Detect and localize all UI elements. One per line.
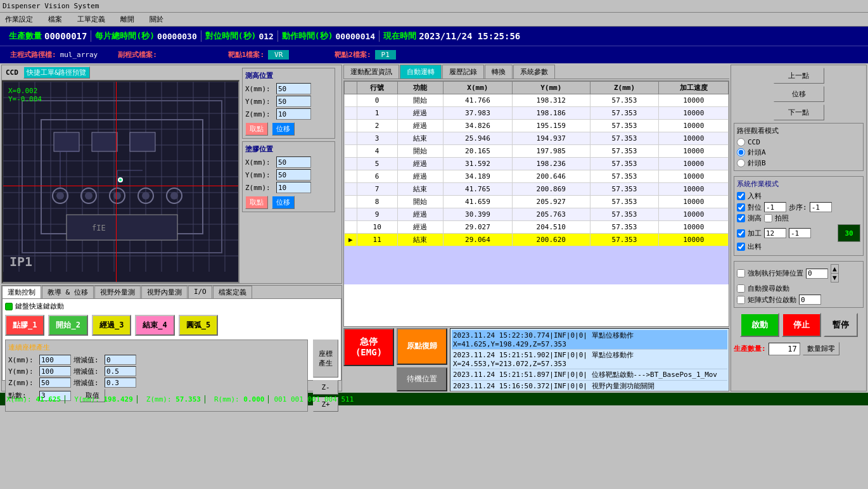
tab-outer-measure[interactable]: 視野外量測 (94, 286, 141, 298)
matrix-input[interactable] (799, 295, 821, 305)
coord-y-inc-label: 增減值: (73, 367, 102, 376)
gen-btn[interactable]: 座標 產生 (313, 340, 338, 378)
measure-take-btn[interactable]: 取點 (245, 122, 268, 136)
force-down-arrow[interactable]: ▼ (831, 274, 838, 282)
measure-y-label: Y(mm): (245, 98, 274, 106)
tab-motion-info[interactable]: 運動配置資訊 (343, 65, 399, 79)
measure-x-input[interactable] (276, 83, 311, 94)
cb-photo[interactable] (764, 214, 772, 222)
cb-process[interactable] (737, 229, 745, 238)
coord-x-inc-input[interactable] (105, 355, 136, 365)
tab-io[interactable]: I/O (188, 286, 212, 298)
func-btn-dispense[interactable]: 點膠_1 (5, 315, 44, 336)
menu-about[interactable]: 關於 (147, 13, 166, 25)
func-btn-pass[interactable]: 經過_3 (92, 315, 131, 336)
cb-auto-search[interactable] (737, 284, 745, 293)
tab-history[interactable]: 履歷記錄 (442, 65, 484, 79)
table-row[interactable]: 4開始20.165197.98557.35310000 (345, 145, 729, 158)
menu-workorder[interactable]: 工單定義 (75, 13, 108, 25)
target1-label: 靶點1檔案: (228, 50, 264, 60)
table-row[interactable]: 3結束25.946194.93757.35310000 (345, 132, 729, 145)
coord-z-input[interactable] (39, 378, 71, 388)
table-row[interactable]: 2經過34.826195.15957.35310000 (345, 120, 729, 132)
dispense-take-btn[interactable]: 取點 (245, 196, 268, 209)
tab-convert[interactable]: 轉換 (485, 65, 513, 79)
coord-x-input[interactable] (39, 355, 71, 365)
ccd-preview-btn[interactable]: 快捷工單&路徑預覽 (23, 67, 90, 79)
cb-matrix[interactable] (737, 296, 745, 304)
action-btns: 啟動 停止 暫停 (734, 313, 864, 337)
table-row[interactable]: 9經過30.399205.76357.35310000 (345, 208, 729, 221)
control-panel: 運動控制 教導 & 位移 視野外量測 視野內量測 I/O 檔案定義 鍵盤快速鍵啟… (1, 285, 342, 391)
tab-inner-measure[interactable]: 視野內量測 (141, 286, 188, 298)
table-row[interactable]: 5經過31.592198.23657.35310000 (345, 158, 729, 170)
table-row[interactable]: 0開始41.766198.31257.35310000 (345, 94, 729, 107)
log-text: 2023.11.24 15:22:30.774|INF|0|0| 單點位移動作X… (450, 328, 729, 391)
prev-point-btn[interactable]: 上一點 (774, 68, 824, 84)
process-val1-input[interactable] (764, 228, 786, 238)
dispense-y-input[interactable] (276, 169, 311, 181)
stop-btn[interactable]: 停止 (782, 313, 821, 337)
radio-ccd[interactable] (737, 138, 745, 146)
force-input[interactable] (806, 269, 828, 279)
measure-z-input[interactable] (276, 108, 311, 120)
cb-align[interactable] (737, 203, 745, 212)
menu-settings[interactable]: 作業設定 (3, 13, 35, 25)
table-extra-space (344, 246, 729, 284)
table-row[interactable]: ▶11結束29.064200.62057.35310000 (345, 234, 729, 246)
cb-input[interactable] (737, 192, 745, 200)
measure-y-input[interactable] (276, 96, 311, 107)
table-row[interactable]: 1經過37.983198.18657.35310000 (345, 107, 729, 120)
menu-exit[interactable]: 離開 (118, 13, 137, 25)
cell-func: 結束 (397, 132, 443, 145)
cb-input-label: 入料 (748, 191, 762, 201)
force-spinner[interactable]: ▲ ▼ (831, 264, 839, 283)
func-btn-end[interactable]: 結束_4 (135, 315, 174, 336)
next-point-btn[interactable]: 下一點 (774, 105, 824, 120)
radio-needleA-row: 針頭A (737, 148, 860, 157)
cell-x: 41.766 (443, 94, 512, 107)
coord-y-input[interactable] (39, 366, 71, 376)
measure-move-btn[interactable]: 位移 (272, 122, 295, 136)
move-point-btn[interactable]: 位移 (774, 86, 824, 102)
pause-btn[interactable]: 暫停 (824, 313, 858, 337)
radio-needleA[interactable] (737, 148, 745, 156)
prod-value-input[interactable] (769, 343, 800, 355)
force-up-arrow[interactable]: ▲ (831, 265, 838, 274)
tab-teach[interactable]: 教導 & 位移 (42, 286, 94, 298)
tab-auto-run[interactable]: 自動運轉 (400, 65, 442, 79)
table-row[interactable]: 10經過29.027204.51057.35310000 (345, 221, 729, 234)
standby-btn[interactable]: 待機位置 (397, 367, 447, 391)
func-btn-start[interactable]: 開始_2 (48, 315, 87, 336)
emergency-btn[interactable]: 急停(EMG) (343, 328, 394, 366)
func-btn-arc[interactable]: 圓弧_5 (179, 315, 218, 336)
radio-ccd-row: CCD (737, 138, 860, 146)
dispense-x-input[interactable] (276, 156, 311, 168)
log-line: 2023.11.24 15:22:30.774|INF|0|0| 單點位移動作X… (452, 330, 727, 350)
coord-y-inc-input[interactable] (105, 366, 136, 376)
table-row[interactable]: 7結束41.765200.86957.35310000 (345, 183, 729, 196)
align-step-input[interactable] (764, 202, 786, 212)
cb-force[interactable] (737, 269, 745, 277)
process-val2-input[interactable] (789, 228, 811, 238)
radio-needleB[interactable] (737, 159, 745, 167)
tab-file-def[interactable]: 檔案定義 (213, 286, 252, 298)
tab-sys-params[interactable]: 系統參數 (513, 65, 555, 79)
z-minus-btn[interactable]: Z- (313, 380, 338, 395)
cell-x: 41.659 (443, 196, 512, 208)
reset-btn[interactable]: 數量歸零 (803, 342, 839, 355)
cell-x: 34.189 (443, 170, 512, 183)
dispense-z-input[interactable] (276, 182, 311, 193)
restore-btn[interactable]: 原點復歸 (397, 328, 447, 365)
table-row[interactable]: 8開始41.659205.92757.35310000 (345, 196, 729, 208)
coord-z-inc-input[interactable] (105, 378, 136, 388)
start-btn[interactable]: 啟動 (740, 313, 779, 337)
cell-z: 57.353 (590, 221, 659, 234)
cb-measure[interactable] (737, 214, 745, 222)
dispense-move-btn[interactable]: 位移 (272, 196, 295, 209)
step-input[interactable] (810, 202, 832, 212)
menu-file[interactable]: 檔案 (46, 13, 65, 25)
tab-motion-control[interactable]: 運動控制 (2, 286, 41, 298)
table-row[interactable]: 6經過34.189200.64657.35310000 (345, 170, 729, 183)
cb-output[interactable] (737, 243, 745, 251)
